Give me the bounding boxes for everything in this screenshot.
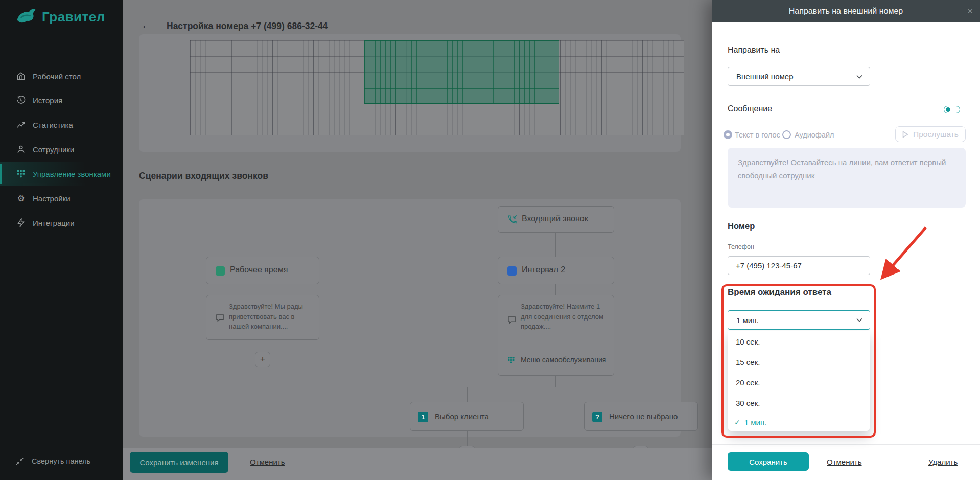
gravitel-bird-icon [14, 7, 37, 27]
node-incoming-call[interactable]: Входящий звонок [498, 206, 614, 233]
play-icon [902, 131, 908, 138]
panel-cancel-link[interactable]: Отменить [827, 458, 862, 466]
node-nothing-selected[interactable]: ? Ничего не выбрано [584, 402, 698, 431]
gear-icon: ⚙ [16, 193, 26, 203]
add-step-button[interactable]: + [255, 352, 270, 367]
back-arrow-icon[interactable]: ← [141, 18, 152, 32]
panel-title: Направить на внешний номер [712, 0, 980, 22]
choice-1-badge: 1 [418, 412, 428, 422]
number-heading: Номер [728, 221, 755, 231]
work-time-color-square [216, 266, 225, 276]
radio-audio-file-label: Аудиофайл [795, 131, 834, 139]
incoming-call-icon [507, 214, 518, 225]
sidebar-item-statistics[interactable]: Статистика [0, 112, 123, 137]
direct-to-select[interactable]: Внешний номер [728, 67, 870, 86]
person-icon [16, 144, 26, 154]
sidebar-item-call-management[interactable]: Управление звонками [0, 162, 123, 186]
dropdown-option[interactable]: 15 сек. [728, 352, 870, 372]
panel-header: Направить на внешний номер × [712, 0, 980, 22]
node-interval-2[interactable]: Интервал 2 [498, 257, 614, 284]
self-service-menu-row[interactable]: Меню самообслуживания [498, 345, 614, 376]
node-label: Рабочее время [230, 265, 288, 275]
question-badge: ? [592, 412, 602, 422]
direct-to-label: Направить на [728, 45, 780, 55]
radio-text-to-voice[interactable] [724, 130, 732, 139]
node-client-choice[interactable]: 1 Выбор клиента [410, 402, 524, 431]
sidebar-item-employees[interactable]: Сотрудники [0, 137, 123, 162]
sidebar-item-label: Интеграции [33, 219, 75, 227]
node-label: Интервал 2 [522, 265, 565, 275]
dropdown-option[interactable]: 10 сек. [728, 331, 870, 352]
sidebar-item-history[interactable]: История [0, 88, 123, 112]
chevron-down-icon [856, 318, 862, 322]
working-hours-selection[interactable] [364, 40, 559, 104]
panel-footer: Сохранить Отменить Удалить [712, 444, 980, 480]
sidebar-item-label: Рабочий стол [33, 72, 81, 81]
sidebar-item-integrations[interactable]: Интеграции [0, 211, 123, 235]
panel-delete-link[interactable]: Удалить [928, 458, 958, 466]
dropdown-option-selected[interactable]: ✓ 1 мин. [728, 413, 870, 431]
tts-message-textarea[interactable]: Здравствуйте! Оставайтесь на линии, вам … [728, 148, 966, 208]
cancel-link[interactable]: Отменить [250, 458, 285, 466]
node-work-time[interactable]: Рабочее время [206, 257, 319, 284]
phone-label: Телефон [728, 243, 754, 250]
phone-input[interactable] [728, 256, 870, 275]
history-icon [16, 95, 26, 105]
speech-bubble-icon [507, 316, 516, 324]
speech-bubble-icon [216, 314, 224, 322]
dialpad-icon [16, 169, 26, 179]
schedule-card: Вт Ср Чт Пт Сб Вс [139, 34, 681, 152]
node-label: Ничего не выбрано [609, 412, 678, 421]
wait-time-heading: Время ожидания ответа [728, 287, 831, 298]
node-ivr-message-menu[interactable]: Здравствуйте! Нажмите 1 для соединения с… [498, 295, 614, 376]
page-title: Настройка номера +7 (499) 686-32-44 [167, 21, 328, 32]
node-message-text: Здравствуйте! Мы рады приветствовать вас… [229, 302, 313, 332]
node-greeting-message[interactable]: Здравствуйте! Мы рады приветствовать вас… [206, 295, 319, 340]
wait-time-select[interactable]: 1 мин. [728, 310, 870, 330]
logo: Гравител [14, 7, 105, 27]
logo-text: Гравител [42, 9, 105, 25]
sidebar-item-label: Настройки [33, 194, 71, 203]
sidebar-item-label: Сотрудники [33, 145, 74, 154]
sidebar-item-desktop[interactable]: Рабочий стол [0, 64, 123, 88]
toggle-dot [946, 107, 950, 112]
wait-time-dropdown: 10 сек. 15 сек. 20 сек. 30 сек. ✓ 1 мин. [728, 331, 870, 431]
save-changes-button[interactable]: Сохранить изменения [130, 452, 228, 473]
wait-time-value: 1 мин. [736, 316, 759, 325]
listen-button[interactable]: Прослушать [895, 126, 966, 142]
redirect-external-number-panel: Направить на внешний номер × Направить н… [712, 0, 980, 480]
radio-text-to-voice-label: Текст в голос [735, 131, 780, 139]
dropdown-option[interactable]: 20 сек. [728, 372, 870, 393]
collapse-panel-button[interactable]: Свернуть панель [0, 452, 123, 470]
interval-color-square [507, 266, 517, 276]
listen-button-label: Прослушать [913, 130, 959, 139]
panel-save-button[interactable]: Сохранить [728, 452, 809, 471]
main-content: ← Настройка номера +7 (499) 686-32-44 Вт… [123, 0, 712, 480]
sidebar: Гравител Рабочий стол История Статистика… [0, 0, 123, 480]
node-label: Меню самообслуживания [521, 356, 606, 364]
collapse-label: Свернуть панель [32, 457, 90, 465]
chart-icon [16, 120, 26, 130]
schedule-grid[interactable] [190, 40, 684, 135]
dropdown-option-label: 1 мин. [744, 418, 767, 427]
sidebar-item-label: История [33, 96, 62, 105]
sidebar-item-label: Управление звонками [33, 170, 111, 178]
close-icon[interactable]: × [967, 0, 973, 22]
dropdown-option[interactable]: 30 сек. [728, 393, 870, 413]
home-icon [16, 71, 26, 81]
direct-to-value: Внешний номер [736, 72, 794, 81]
radio-audio-file[interactable] [782, 130, 791, 139]
main-footer: Сохранить изменения Отменить [123, 448, 712, 480]
check-icon: ✓ [734, 418, 740, 426]
scenarios-title: Сценарии входящих звонков [139, 171, 268, 181]
node-label: Выбор клиента [435, 412, 489, 421]
chevron-down-icon [856, 75, 862, 79]
message-toggle[interactable] [944, 106, 960, 113]
collapse-icon [15, 457, 24, 466]
sidebar-item-settings[interactable]: ⚙ Настройки [0, 186, 123, 211]
node-label: Входящий звонок [522, 214, 588, 223]
message-label: Сообщение [728, 104, 772, 113]
node-message-text: Здравствуйте! Нажмите 1 для соединения с… [521, 302, 608, 332]
lightning-icon [16, 218, 26, 228]
sidebar-item-label: Статистика [33, 121, 73, 129]
